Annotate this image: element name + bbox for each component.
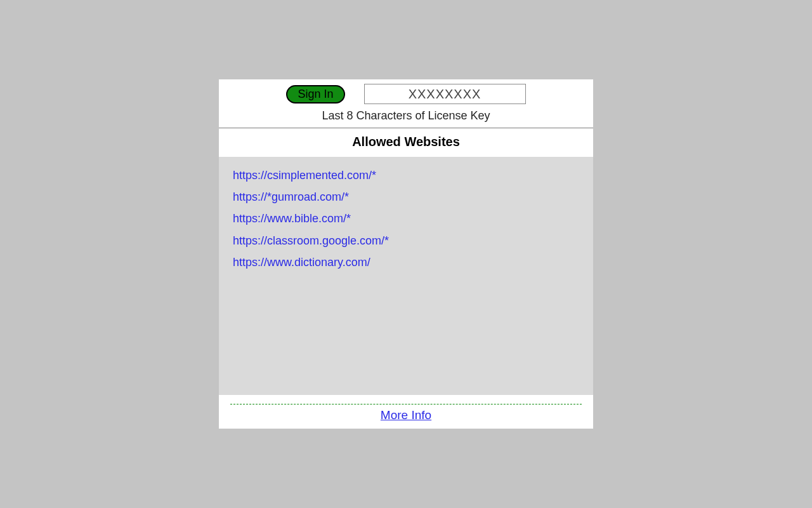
section-title: Allowed Websites xyxy=(219,128,593,157)
list-item[interactable]: https://www.bible.com/* xyxy=(233,208,579,229)
list-item[interactable]: https://www.dictionary.com/ xyxy=(233,251,579,273)
footer: More Info xyxy=(219,404,593,429)
header-row: Sign In xyxy=(219,79,593,107)
allowed-websites-list[interactable]: https://csimplemented.com/* https://*gum… xyxy=(219,157,593,395)
list-item[interactable]: https://csimplemented.com/* xyxy=(233,164,579,186)
list-item[interactable]: https://classroom.google.com/* xyxy=(233,230,579,251)
settings-panel: Sign In Last 8 Characters of License Key… xyxy=(219,79,593,429)
more-info-link[interactable]: More Info xyxy=(381,408,431,422)
list-item[interactable]: https://*gumroad.com/* xyxy=(233,186,579,208)
license-key-input[interactable] xyxy=(364,84,526,104)
sign-in-button[interactable]: Sign In xyxy=(286,85,344,104)
license-key-label: Last 8 Characters of License Key xyxy=(219,107,593,128)
